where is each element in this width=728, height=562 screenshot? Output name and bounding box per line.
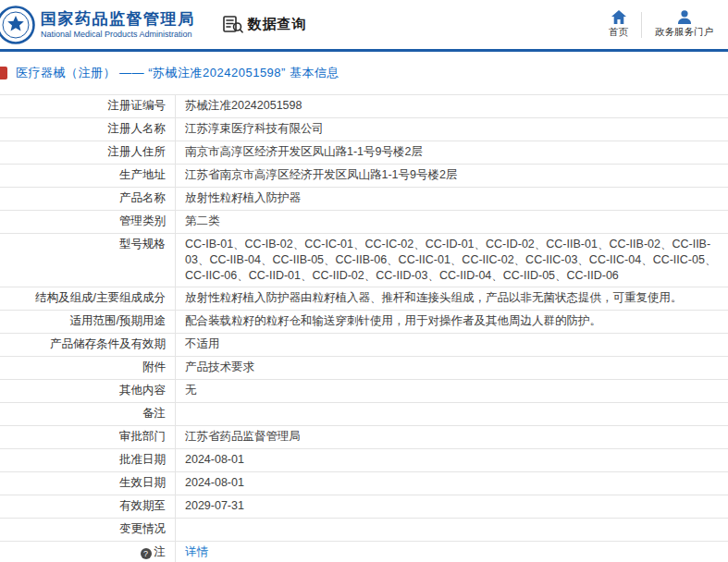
- table-row-intended-use: 适用范围/预期用途 配合装载粒籽的粒籽仓和输送穿刺针使用，用于对操作者及其他周边…: [0, 311, 728, 334]
- row-value: 江苏省南京市高淳区经济开发区凤山路1-1号9号楼2层: [176, 165, 728, 187]
- row-value: 产品技术要求: [176, 357, 728, 379]
- brand: 国家药品监督管理局 National Medical Products Admi…: [0, 6, 195, 44]
- row-label: 产品名称: [0, 188, 176, 210]
- detail-link[interactable]: 详情: [185, 545, 208, 558]
- data-query-icon: [223, 16, 243, 33]
- table-row-registration-number: 注册证编号 苏械注准20242051598: [0, 95, 728, 118]
- brand-text: 国家药品监督管理局 National Medical Products Admi…: [41, 10, 195, 40]
- table-row-storage-validity: 产品储存条件及有效期 不适用: [0, 334, 728, 357]
- nav-gov-portal-label: 政务服务门户: [655, 26, 713, 39]
- data-query-title: 数据查询: [223, 16, 307, 33]
- note-label: 注: [154, 545, 167, 558]
- row-label: 生效日期: [0, 472, 176, 495]
- row-value: 2029-07-31: [176, 495, 728, 518]
- row-label: 批准日期: [0, 449, 176, 471]
- nav-home-label: 首页: [609, 26, 628, 39]
- breadcrumb: 医疗器械（注册） —— “苏械注准20242051598” 基本信息: [0, 52, 728, 94]
- table-row-attachment: 附件 产品技术要求: [0, 357, 728, 380]
- row-label: 生产地址: [0, 165, 176, 187]
- org-name-en: National Medical Products Administration: [41, 29, 195, 40]
- row-value: 第二类: [176, 211, 728, 233]
- row-value: 2024-08-01: [176, 449, 728, 471]
- table-row-change-status: 变更情况: [0, 519, 728, 542]
- row-label: 变更情况: [0, 519, 176, 541]
- row-value: 苏械注准20242051598: [176, 95, 728, 117]
- row-label: 备注: [0, 403, 176, 425]
- data-query-label: 数据查询: [248, 16, 307, 33]
- table-row-expiry-date: 有效期至 2029-07-31: [0, 495, 728, 519]
- site-header: 国家药品监督管理局 National Medical Products Admi…: [0, 0, 728, 52]
- row-label: 注册人名称: [0, 118, 176, 140]
- table-row-production-address: 生产地址 江苏省南京市高淳区经济开发区凤山路1-1号9号楼2层: [0, 165, 728, 188]
- table-row-remarks: 备注: [0, 403, 728, 426]
- row-label: 其他内容: [0, 380, 176, 402]
- row-value: 江苏省药品监督管理局: [176, 426, 728, 448]
- table-row-registrant-name: 注册人名称 江苏淳束医疗科技有限公司: [0, 118, 728, 141]
- org-name-cn: 国家药品监督管理局: [41, 10, 195, 29]
- table-row-structure-composition: 结构及组成/主要组成成分 放射性粒籽植入防护器由粒籽植入器、推杆和连接头组成，产…: [0, 287, 728, 311]
- row-label: ?注: [0, 542, 176, 562]
- row-value: 无: [176, 380, 728, 402]
- row-label: 型号规格: [0, 234, 176, 287]
- row-value: [176, 403, 728, 425]
- table-row-management-category: 管理类别 第二类: [0, 211, 728, 234]
- table-row-approval-date: 批准日期 2024-08-01: [0, 449, 728, 472]
- nav-gov-portal[interactable]: 政务服务门户: [655, 10, 713, 39]
- home-icon: [611, 10, 626, 24]
- table-row-approval-department: 审批部门 江苏省药品监督管理局: [0, 426, 728, 449]
- nav-home[interactable]: 首页: [609, 10, 628, 39]
- page: 国家药品监督管理局 National Medical Products Admi…: [0, 0, 728, 562]
- row-value: 配合装载粒籽的粒籽仓和输送穿刺针使用，用于对操作者及其他周边人群的防护。: [176, 311, 728, 333]
- row-value: [176, 519, 728, 541]
- row-value: 不适用: [176, 334, 728, 356]
- row-label: 注册证编号: [0, 95, 176, 117]
- row-label: 结构及组成/主要组成成分: [0, 287, 176, 310]
- table-row-model-specs: 型号规格 CC-IB-01、CC-IB-02、CC-IC-01、CC-IC-02…: [0, 234, 728, 287]
- nmpa-logo-icon: [0, 6, 35, 44]
- row-label: 管理类别: [0, 211, 176, 233]
- table-row-effective-date: 生效日期 2024-08-01: [0, 472, 728, 495]
- row-label: 适用范围/预期用途: [0, 311, 176, 333]
- row-value: 放射性粒籽植入防护器由粒籽植入器、推杆和连接头组成，产品以非无菌状态提供，可重复…: [176, 287, 728, 310]
- table-row-product-name: 产品名称 放射性粒籽植入防护器: [0, 188, 728, 211]
- row-value: 2024-08-01: [176, 472, 728, 495]
- row-value: 详情: [176, 542, 728, 562]
- table-row-note: ?注 详情: [0, 542, 728, 562]
- table-row-registrant-address: 注册人住所 南京市高淳区经济开发区凤山路1-1号9号楼2层: [0, 141, 728, 165]
- row-label: 附件: [0, 357, 176, 379]
- user-icon: [677, 10, 692, 24]
- row-value: 江苏淳束医疗科技有限公司: [176, 118, 728, 140]
- table-row-other-content: 其他内容 无: [0, 380, 728, 403]
- row-label: 产品储存条件及有效期: [0, 334, 176, 356]
- row-label: 有效期至: [0, 495, 176, 518]
- row-value: CC-IB-01、CC-IB-02、CC-IC-01、CC-IC-02、CC-I…: [176, 234, 728, 287]
- row-label: 审批部门: [0, 426, 176, 448]
- row-value: 放射性粒籽植入防护器: [176, 188, 728, 210]
- row-label: 注册人住所: [0, 141, 176, 164]
- breadcrumb-bullet-icon: [0, 67, 7, 79]
- top-nav: 首页 政务服务门户: [609, 10, 713, 39]
- info-table: 注册证编号 苏械注准20242051598 注册人名称 江苏淳束医疗科技有限公司…: [0, 94, 728, 562]
- nav-divider: [641, 12, 642, 38]
- note-icon: ?: [141, 548, 152, 559]
- row-value: 南京市高淳区经济开发区凤山路1-1号9号楼2层: [176, 141, 728, 164]
- breadcrumb-text: 医疗器械（注册） —— “苏械注准20242051598” 基本信息: [16, 65, 339, 81]
